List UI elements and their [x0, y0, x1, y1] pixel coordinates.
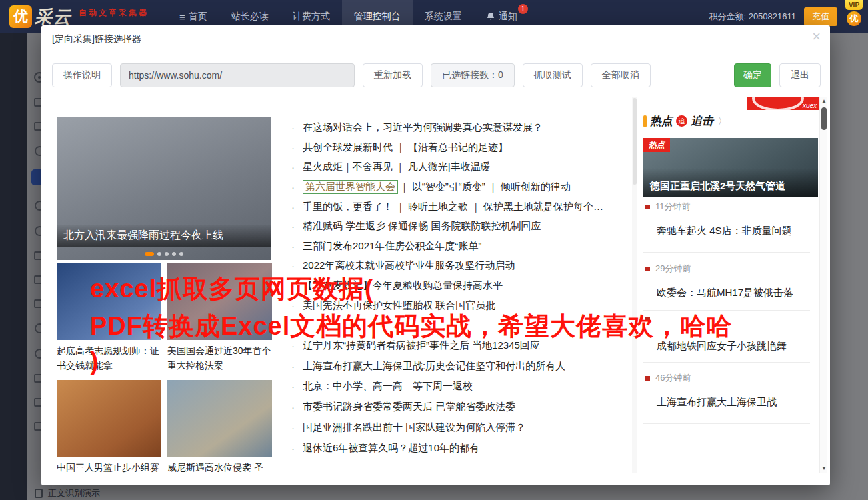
hot-item-time: [645, 317, 655, 321]
bullet-icon: ·: [291, 280, 295, 291]
hamburger-icon: ≡: [179, 11, 185, 23]
carousel-dot[interactable]: [145, 252, 154, 256]
square-bullet-icon: [645, 205, 650, 209]
exit-button[interactable]: 退出: [779, 63, 821, 87]
bullet-icon: ·: [291, 300, 295, 311]
news-link[interactable]: ·美国宪法不再保护女性堕胎权 联合国官员批: [291, 295, 603, 315]
article-thumbnail[interactable]: [57, 380, 161, 457]
hot-topics-header[interactable]: 热点 追 追击 〉: [643, 113, 727, 129]
inner-scrollbar[interactable]: [632, 97, 637, 473]
article-thumbnail[interactable]: [167, 380, 272, 457]
square-bullet-icon: [645, 267, 650, 271]
link-selector-modal: [定向采集]链接选择器 × 操作说明 重新加载 已选链接数：0 抓取测试 全部取…: [41, 25, 830, 485]
bullet-icon: ·: [291, 401, 295, 413]
vip-logo-icon[interactable]: 优: [847, 11, 861, 26]
news-link[interactable]: ·精准赋码 学生返乡 保通保畅 国务院联防联控机制回应: [291, 217, 603, 237]
hot-topic-icon: 追: [676, 115, 687, 127]
hot-item-link[interactable]: 成都地铁回应女子小孩跳艳舞: [657, 340, 787, 353]
hot-item-link[interactable]: 奔驰车起火 4S店：非质量问题: [657, 225, 792, 237]
divider: [643, 252, 810, 253]
scrollbar-thumb[interactable]: [821, 107, 827, 130]
bullet-icon: ·: [291, 161, 295, 173]
bullet-icon: ·: [291, 443, 295, 454]
hot-badge: 热点: [643, 138, 670, 152]
url-input[interactable]: [120, 63, 355, 87]
square-bullet-icon: [645, 317, 650, 321]
hot-item-link[interactable]: 欧委会：马航MH17是被俄击落: [657, 287, 793, 299]
thumbnail-caption[interactable]: 威尼斯遇高水位侵袭 圣: [167, 460, 273, 473]
inner-scrollbar-thumb[interactable]: [633, 98, 637, 185]
news-link[interactable]: ·退休近6年被查算久吗？超过10年的都有: [291, 438, 565, 459]
hot-item-link[interactable]: 上海宣布打赢大上海保卫战: [657, 396, 777, 409]
carousel-dot[interactable]: [157, 252, 161, 256]
logo-icon: 优: [9, 5, 32, 28]
news-link[interactable]: ·上海宣布打赢大上海保卫战:历史会记住坚守和付出的所有人: [291, 356, 565, 377]
carousel-dot[interactable]: [165, 252, 169, 256]
modal-title: [定向采集]链接选择器: [52, 33, 141, 45]
close-icon[interactable]: ×: [812, 29, 821, 44]
news-link[interactable]: ·辽宁丹东“持黄码者看病被拒”事件之后 当地12345回应: [291, 335, 565, 356]
thumbnail-caption[interactable]: 中国三人男篮止步小组赛: [57, 460, 162, 473]
hot-item-time: 11分钟前: [645, 201, 691, 213]
news-list-bottom: ·辽宁丹东“持黄码者看病被拒”事件之后 当地12345回应 ·上海宣布打赢大上海…: [291, 335, 565, 459]
chevron-right-icon: 〉: [718, 115, 727, 127]
news-link[interactable]: ·【三夏麦收记】今年夏粮收购总量保持高水平: [291, 276, 603, 296]
article-thumbnail[interactable]: [57, 263, 161, 340]
webpage-preview: xuex 北方入汛来最强降雨过程今夜上线 ·在这场对话会上，习近平为何强调要真心…: [50, 97, 819, 473]
modal-toolbar: 操作说明 重新加载 已选链接数：0 抓取测试 全部取消 确定 退出: [52, 63, 821, 87]
news-list-top: ·在这场对话会上，习近平为何强调要真心实意谋发展？ ·共创全球发展新时代 ｜ 【…: [291, 118, 603, 315]
bullet-icon: ·: [291, 221, 295, 232]
bell-icon: [486, 12, 495, 21]
bullet-icon: ·: [291, 201, 295, 213]
accent-bar-icon: [643, 115, 647, 127]
bullet-icon: ·: [291, 422, 295, 433]
carousel-dot[interactable]: [179, 252, 183, 256]
carousel-dot[interactable]: [172, 252, 176, 256]
news-link[interactable]: ·在这场对话会上，习近平为何强调要真心实意谋发展？: [291, 118, 603, 138]
carousel-dots: [57, 252, 271, 256]
news-link[interactable]: ·市委书记跻身省委常委两天后 已掌舵省委政法委: [291, 397, 565, 417]
bullet-icon: ·: [291, 361, 295, 372]
arrow-up-icon[interactable]: ▲: [820, 97, 828, 106]
bullet-icon: ·: [291, 181, 295, 193]
main-photo-caption: 北方入汛来最强降雨过程今夜上线: [57, 225, 271, 247]
hot-item-time: 46分钟前: [645, 372, 691, 384]
hot-featured-caption: 德国正重启北溪2号天然气管道: [643, 168, 818, 197]
modal-scrollbar[interactable]: ▲ ▼: [819, 97, 827, 473]
article-thumbnail[interactable]: [167, 263, 272, 340]
bullet-icon: ·: [291, 340, 295, 351]
news-link[interactable]: ·手里的饭，更香了！ ｜ 聆听土地之歌 ｜ 保护黑土地就是保护每个…: [291, 197, 603, 217]
bullet-icon: ·: [291, 241, 295, 252]
help-button[interactable]: 操作说明: [52, 63, 112, 87]
hot-featured-article[interactable]: 热点 德国正重启北溪2号天然气管道: [643, 138, 818, 197]
divider: [643, 362, 810, 363]
logo-subtitle: 自动文章采集器: [79, 7, 149, 19]
cancel-all-button[interactable]: 全部取消: [591, 63, 651, 87]
reload-button[interactable]: 重新加载: [363, 63, 423, 87]
news-link[interactable]: ·北京：中小学、高一高二等下周一返校: [291, 377, 565, 397]
news-link[interactable]: ·国足亚洲排名跌出前十 国家队建设为何陷入停滞？: [291, 417, 565, 438]
selected-link-highlight[interactable]: 第六届世界智能大会: [303, 180, 398, 194]
news-link[interactable]: ·三部门发布2021年住房公积金年度“账单”: [291, 237, 603, 257]
thumbnail-caption[interactable]: 美国国会通过近30年首个重大控枪法案: [167, 343, 273, 373]
news-link[interactable]: ·共创全球发展新时代 ｜ 【沿着总书记的足迹】: [291, 138, 603, 158]
news-link[interactable]: ·星火成炬｜不舍再见 ｜ 凡人微光|丰收温暖: [291, 157, 603, 177]
thumbnail-caption[interactable]: 起底高考志愿规划师：证书交钱就能拿: [57, 343, 162, 373]
recharge-button[interactable]: 充值: [804, 7, 837, 26]
news-link[interactable]: ·2022年离校未就业高校毕业生服务攻坚行动启动: [291, 256, 603, 276]
selected-count-button[interactable]: 已选链接数：0: [431, 63, 515, 87]
vip-widget[interactable]: VIP 优: [843, 0, 865, 26]
arrow-down-icon[interactable]: ▼: [820, 464, 828, 473]
square-bullet-icon: [645, 376, 650, 381]
points-balance: 积分金额: 2050821611: [709, 11, 796, 23]
notification-badge: 1: [518, 4, 528, 14]
bullet-icon: ·: [291, 142, 295, 153]
vip-badge[interactable]: VIP: [845, 0, 863, 10]
grab-test-button[interactable]: 抓取测试: [523, 63, 583, 87]
news-link-selected[interactable]: ·第六届世界智能大会 ｜ 以“智变”引“质变” ｜ 倾听创新的律动: [291, 177, 603, 197]
divider: [643, 423, 810, 424]
bullet-icon: ·: [291, 381, 295, 392]
bullet-icon: ·: [291, 122, 295, 133]
main-photo[interactable]: 北方入汛来最强降雨过程今夜上线: [57, 117, 271, 260]
confirm-button[interactable]: 确定: [734, 63, 771, 87]
